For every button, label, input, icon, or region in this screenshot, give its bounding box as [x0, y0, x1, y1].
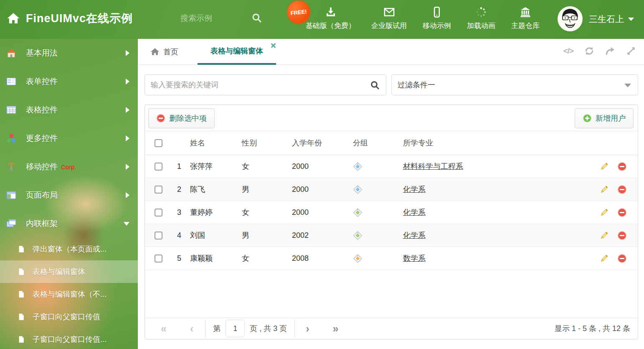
major-link[interactable]: 化学系 [403, 185, 426, 194]
avatar[interactable] [558, 6, 583, 31]
edit-icon[interactable] [599, 162, 609, 171]
tab-tools: </> [563, 46, 636, 56]
corp-badge: Corp. [61, 163, 76, 171]
cell-name: 刘国 [190, 230, 242, 240]
edit-icon[interactable] [599, 208, 609, 217]
edit-icon[interactable] [599, 185, 609, 194]
col-group: 分组 [353, 138, 403, 148]
header-search-placeholder[interactable]: 搜索示例 [180, 13, 212, 24]
home-icon [7, 12, 20, 25]
edit-icon[interactable] [599, 254, 609, 263]
first-page-button[interactable]: « [161, 324, 167, 334]
delete-icon[interactable] [617, 208, 627, 217]
tag-icon [353, 185, 363, 194]
prev-page-button[interactable]: ‹ [190, 324, 193, 334]
delete-icon[interactable] [617, 162, 627, 171]
chevron-down-icon [124, 222, 129, 226]
sidebar-item-page-layout[interactable]: 页面布局 [0, 181, 138, 209]
nav-enterprise-trial[interactable]: 企业版试用 [371, 6, 407, 31]
nav-mobile-demo[interactable]: 移动示例 [423, 6, 451, 31]
sidebar-item-basic-usage[interactable]: 基本用法 [0, 39, 138, 67]
close-icon[interactable] [270, 43, 276, 48]
plus-circle-icon [583, 114, 592, 123]
page-number-input[interactable] [226, 320, 245, 337]
select-all-checkbox[interactable] [155, 139, 162, 147]
row-checkbox[interactable] [155, 163, 162, 171]
page-label-suffix: 页 , 共 3 页 [250, 324, 287, 334]
cell-actions [588, 231, 638, 240]
nav-basic-edition[interactable]: 基础版（免费） [306, 6, 355, 31]
delete-selected-button[interactable]: 删除选中项 [148, 108, 215, 128]
sidebar-item-inline-frame[interactable]: 内联框架 [0, 209, 138, 238]
major-link[interactable]: 化学系 [403, 208, 426, 217]
sidebar-subitem-child-to-parent[interactable]: 子窗口向父窗口传值 [0, 306, 138, 328]
sidebar-item-mobile-controls[interactable]: 移动控件 Corp. [0, 153, 138, 181]
filter-row: 过滤条件一 [145, 74, 638, 95]
cell-gender: 女 [242, 207, 292, 217]
nav-loading-animation[interactable]: 加载动画 [467, 6, 495, 31]
brand[interactable]: FineUIMvc在线示例 [7, 11, 133, 26]
major-link[interactable]: 材料科学与工程系 [403, 162, 463, 171]
download-icon [325, 6, 337, 18]
sidebar-item-grid-controls[interactable]: 表格控件 [0, 96, 138, 124]
sidebar-subitem-popup-window[interactable]: 弹出窗体（本页面或... [0, 238, 138, 260]
tab-grid-edit-window[interactable]: 表格与编辑窗体 [198, 39, 276, 65]
sidebar-item-form-controls[interactable]: 表单控件 [0, 67, 138, 96]
app-header: FineUIMvc在线示例 搜索示例 FREE! 基础版（免费） 企业版试用 移… [0, 0, 644, 39]
file-icon [18, 336, 25, 343]
row-checkbox[interactable] [155, 255, 162, 262]
keyword-search-input[interactable] [145, 75, 386, 95]
sidebar-subitem-child-to-parent-2[interactable]: 子窗口向父窗口传值... [0, 328, 138, 349]
tag-icon [353, 208, 363, 217]
search-icon[interactable] [370, 80, 380, 90]
layout-icon [6, 190, 17, 201]
major-link[interactable]: 化学系 [403, 231, 426, 239]
sidebar: 基本用法 表单控件 表格控件 更多控件 移动控件 Corp. 页面布局 [0, 39, 138, 349]
nav-theme-store[interactable]: 主题仓库 [511, 6, 540, 31]
username: 三生石上 [589, 13, 624, 25]
user-menu[interactable]: 三生石上 [589, 13, 634, 25]
share-icon[interactable] [605, 46, 616, 56]
cell-gender: 男 [242, 184, 292, 194]
row-checkbox[interactable] [155, 186, 162, 194]
sidebar-subitem-grid-edit-window[interactable]: 表格与编辑窗体 [0, 260, 138, 283]
cell-year: 2000 [292, 185, 353, 194]
expand-icon[interactable] [626, 46, 636, 56]
tag-icon [353, 162, 363, 171]
cell-gender: 女 [242, 253, 292, 263]
filter-dropdown[interactable]: 过滤条件一 [391, 74, 638, 95]
chevron-right-icon [126, 135, 129, 141]
file-icon [18, 290, 25, 298]
file-icon [18, 245, 25, 253]
delete-icon[interactable] [617, 231, 627, 240]
sidebar-item-more-controls[interactable]: 更多控件 [0, 124, 138, 153]
row-index: 5 [168, 254, 190, 263]
row-checkbox[interactable] [155, 232, 162, 239]
chevron-right-icon [126, 192, 129, 198]
cell-name: 董婷婷 [190, 207, 242, 217]
table-icon [6, 104, 17, 115]
add-user-button[interactable]: 新增用户 [575, 108, 634, 128]
file-icon [18, 313, 25, 321]
refresh-icon[interactable] [584, 46, 595, 56]
header-search-icon[interactable] [251, 13, 262, 23]
grid-panel: 删除选中项 新增用户 姓名 性别 入学年份 分组 所学专业 [145, 104, 638, 339]
last-page-button[interactable]: » [333, 324, 339, 334]
col-name: 姓名 [190, 138, 242, 148]
col-major: 所学专业 [403, 138, 588, 148]
record-summary: 显示 1 - 5 条 , 共 12 条 [555, 324, 630, 334]
delete-icon[interactable] [617, 254, 627, 263]
edit-icon[interactable] [599, 231, 609, 240]
major-link[interactable]: 数学系 [403, 254, 426, 262]
cell-major: 材料科学与工程系 [403, 161, 588, 171]
pager-divider [205, 320, 205, 337]
next-page-button[interactable]: › [306, 324, 309, 334]
delete-icon[interactable] [617, 185, 627, 194]
cell-actions [588, 254, 638, 263]
tab-home[interactable]: 首页 [150, 39, 178, 65]
row-checkbox[interactable] [155, 209, 162, 217]
filter-dropdown-value: 过滤条件一 [398, 80, 435, 90]
pager-divider [294, 320, 295, 337]
view-source-icon[interactable]: </> [563, 46, 574, 56]
sidebar-subitem-grid-edit-window-2[interactable]: 表格与编辑窗体（不... [0, 283, 138, 306]
